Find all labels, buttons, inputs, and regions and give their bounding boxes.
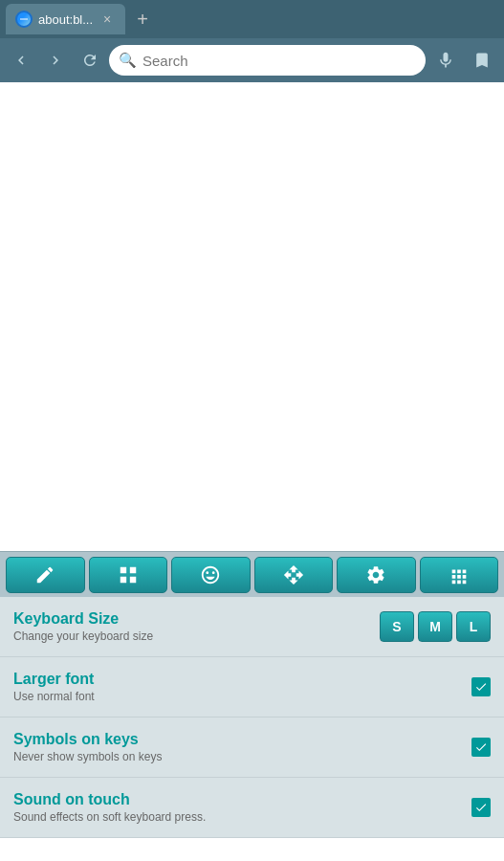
symbols-on-keys-sublabel: Never show symbols on keys (13, 750, 471, 763)
symbols-on-keys-label: Symbols on keys (13, 731, 471, 748)
tab-title: about:bl... (38, 12, 93, 27)
keyboard-size-label: Keyboard Size (13, 610, 380, 628)
settings-panel: Keyboard Size Change your keyboard size … (0, 597, 504, 838)
larger-font-toggle[interactable] (471, 677, 491, 696)
keyboard-toolbar (0, 551, 504, 597)
sound-on-touch-toggle[interactable] (471, 798, 491, 817)
new-tab-button[interactable]: + (129, 6, 156, 33)
sound-on-touch-label-group: Sound on touch Sound effects on soft key… (13, 791, 471, 824)
larger-font-sublabel: Use normal font (13, 690, 471, 703)
tab-close-button[interactable]: × (99, 11, 116, 28)
sound-on-touch-label: Sound on touch (13, 791, 471, 808)
forward-button[interactable] (40, 45, 71, 76)
larger-font-row: Larger font Use normal font (0, 657, 504, 718)
microphone-button[interactable] (429, 44, 462, 77)
browser-content (0, 82, 504, 551)
search-icon: 🔍 (119, 52, 137, 69)
symbols-on-keys-row: Symbols on keys Never show symbols on ke… (0, 718, 504, 778)
refresh-button[interactable] (75, 45, 105, 76)
search-input[interactable] (142, 53, 416, 69)
toolbar-move-button[interactable] (254, 557, 334, 593)
size-s-button[interactable]: S (380, 611, 414, 642)
keyboard-size-sublabel: Change your keyboard size (13, 629, 380, 643)
size-l-button[interactable]: L (456, 611, 491, 642)
back-button[interactable] (6, 45, 36, 76)
sound-on-touch-row: Sound on touch Sound effects on soft key… (0, 778, 504, 838)
search-bar[interactable]: 🔍 (109, 45, 426, 76)
keyboard-size-label-group: Keyboard Size Change your keyboard size (13, 610, 380, 643)
toolbar-grid-button[interactable] (89, 557, 168, 593)
toolbar-numpad-button[interactable] (420, 557, 499, 593)
bookmark-button[interactable] (466, 44, 498, 77)
keyboard-size-row: Keyboard Size Change your keyboard size … (0, 597, 504, 657)
browser-navbar: 🔍 (0, 38, 504, 82)
toolbar-pen-button[interactable] (6, 557, 85, 593)
larger-font-label-group: Larger font Use normal font (13, 671, 471, 703)
larger-font-label: Larger font (13, 671, 471, 688)
size-m-button[interactable]: M (418, 611, 452, 642)
toolbar-settings-button[interactable] (337, 557, 416, 593)
keyboard-size-buttons: S M L (380, 611, 491, 642)
symbols-on-keys-label-group: Symbols on keys Never show symbols on ke… (13, 731, 471, 763)
browser-tab[interactable]: about:bl... × (6, 4, 125, 34)
tab-favicon-icon (15, 11, 33, 28)
browser-titlebar: about:bl... × + (0, 0, 504, 38)
sound-on-touch-sublabel: Sound effects on soft keyboard press. (13, 810, 471, 824)
symbols-on-keys-toggle[interactable] (471, 738, 491, 757)
toolbar-emoji-button[interactable] (171, 557, 251, 593)
